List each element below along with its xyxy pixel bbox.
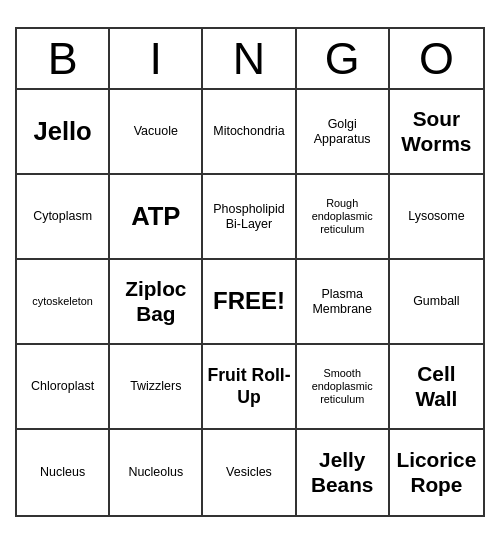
cell-text: Phospholipid Bi-Layer bbox=[207, 202, 290, 232]
cell-text: Licorice Rope bbox=[394, 448, 479, 498]
cell-text: Lysosome bbox=[408, 209, 464, 224]
bingo-cell: Gumball bbox=[390, 260, 483, 345]
cell-text: ATP bbox=[131, 201, 180, 232]
header-letter: I bbox=[110, 29, 203, 88]
bingo-header: BINGO bbox=[17, 29, 483, 90]
bingo-cell: Chloroplast bbox=[17, 345, 110, 430]
bingo-cell: ATP bbox=[110, 175, 203, 260]
cell-text: Jelly Beans bbox=[301, 448, 384, 498]
cell-text: Vesicles bbox=[226, 465, 272, 480]
cell-text: FREE! bbox=[213, 287, 285, 316]
cell-text: Smooth endoplasmic reticulum bbox=[301, 367, 384, 406]
cell-text: Plasma Membrane bbox=[301, 287, 384, 317]
bingo-cell: Nucleus bbox=[17, 430, 110, 515]
bingo-cell: Lysosome bbox=[390, 175, 483, 260]
cell-text: Sour Worms bbox=[394, 107, 479, 157]
header-letter: B bbox=[17, 29, 110, 88]
bingo-cell: Smooth endoplasmic reticulum bbox=[297, 345, 390, 430]
bingo-cell: Cell Wall bbox=[390, 345, 483, 430]
bingo-cell: Sour Worms bbox=[390, 90, 483, 175]
header-letter: G bbox=[297, 29, 390, 88]
bingo-cell: Jelly Beans bbox=[297, 430, 390, 515]
bingo-card: BINGO JelloVacuoleMitochondriaGolgi Appa… bbox=[15, 27, 485, 517]
bingo-cell: Phospholipid Bi-Layer bbox=[203, 175, 296, 260]
header-letter: O bbox=[390, 29, 483, 88]
header-letter: N bbox=[203, 29, 296, 88]
cell-text: Nucleolus bbox=[128, 465, 183, 480]
bingo-cell: Cytoplasm bbox=[17, 175, 110, 260]
cell-text: Cell Wall bbox=[394, 362, 479, 412]
bingo-cell: Golgi Apparatus bbox=[297, 90, 390, 175]
bingo-cell: Mitochondria bbox=[203, 90, 296, 175]
cell-text: Vacuole bbox=[134, 124, 178, 139]
cell-text: Jello bbox=[33, 116, 91, 147]
cell-text: Nucleus bbox=[40, 465, 85, 480]
cell-text: Golgi Apparatus bbox=[301, 117, 384, 147]
bingo-cell: Vacuole bbox=[110, 90, 203, 175]
bingo-cell: Twizzlers bbox=[110, 345, 203, 430]
cell-text: Chloroplast bbox=[31, 379, 94, 394]
cell-text: Mitochondria bbox=[213, 124, 284, 139]
bingo-cell: cytoskeleton bbox=[17, 260, 110, 345]
cell-text: Gumball bbox=[413, 294, 459, 309]
cell-text: Cytoplasm bbox=[33, 209, 92, 224]
bingo-cell: Licorice Rope bbox=[390, 430, 483, 515]
cell-text: cytoskeleton bbox=[32, 295, 92, 308]
cell-text: Ziploc Bag bbox=[114, 277, 197, 327]
bingo-grid: JelloVacuoleMitochondriaGolgi ApparatusS… bbox=[17, 90, 483, 515]
cell-text: Rough endoplasmic reticulum bbox=[301, 197, 384, 236]
bingo-cell: Plasma Membrane bbox=[297, 260, 390, 345]
cell-text: Fruit Roll-Up bbox=[207, 365, 290, 407]
bingo-cell: Vesicles bbox=[203, 430, 296, 515]
bingo-cell: Rough endoplasmic reticulum bbox=[297, 175, 390, 260]
bingo-cell: Fruit Roll-Up bbox=[203, 345, 296, 430]
cell-text: Twizzlers bbox=[130, 379, 181, 394]
bingo-cell: Jello bbox=[17, 90, 110, 175]
bingo-cell: FREE! bbox=[203, 260, 296, 345]
bingo-cell: Ziploc Bag bbox=[110, 260, 203, 345]
bingo-cell: Nucleolus bbox=[110, 430, 203, 515]
